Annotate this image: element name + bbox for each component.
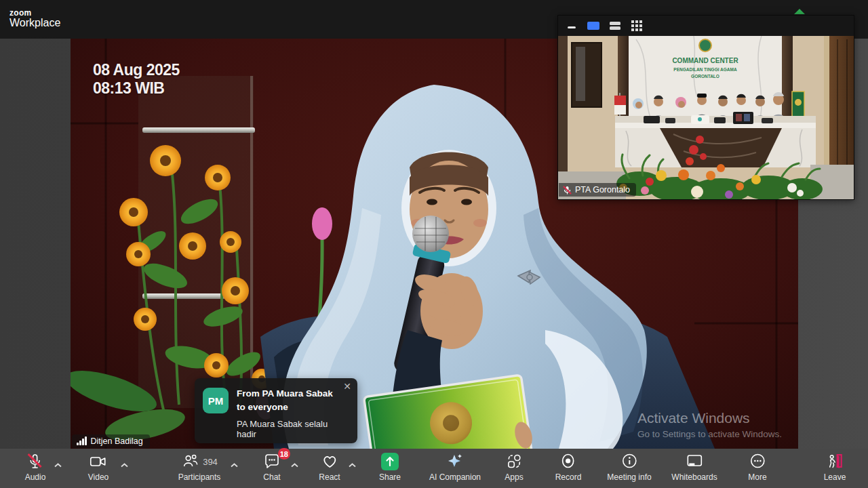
watermark-subtitle: Go to Settings to activate Windows. (637, 429, 782, 439)
more-button[interactable]: More (748, 452, 766, 482)
whiteboards-button[interactable]: Whiteboards (671, 452, 717, 482)
video-label: Video (88, 472, 108, 482)
meeting-info-label: Meeting info (607, 472, 651, 482)
heart-icon (321, 452, 338, 471)
participants-count: 394 (203, 457, 218, 467)
chat-button[interactable]: 18 Chat (263, 452, 281, 482)
chat-label: Chat (263, 472, 280, 482)
ai-companion-button[interactable]: AI Companion (429, 452, 481, 482)
pip-view-controls (558, 16, 854, 36)
watermark-title: Activate Windows (637, 410, 782, 426)
speaker-name-label: Ditjen Badilag (91, 436, 143, 446)
pip-video-scene: COMMAND CENTER PENGADILAN TINGGI AGAMA G… (558, 36, 854, 199)
leave-label: Leave (824, 472, 846, 482)
whiteboards-label: Whiteboards (671, 472, 717, 482)
react-options-caret[interactable] (349, 458, 356, 470)
mic-muted-icon (563, 186, 572, 195)
apps-button[interactable]: Apps (505, 452, 523, 482)
pip-wall-text-2: PENGADILAN TINGGI AGAMA (673, 67, 737, 72)
apps-icon (505, 452, 523, 471)
green-up-arrow-icon[interactable] (794, 9, 805, 14)
video-options-caret[interactable] (121, 458, 128, 470)
speaker-name-pill: Ditjen Badilag (72, 434, 150, 448)
participants-options-caret[interactable] (231, 458, 238, 470)
pip-strip-view-button[interactable] (608, 21, 622, 30)
more-label: More (748, 472, 766, 482)
audio-label: Audio (25, 472, 46, 482)
grid-icon (631, 20, 642, 31)
video-date: 08 Aug 2025 (93, 61, 180, 79)
video-time: 08:13 WIB (93, 79, 180, 98)
pip-video-feed: COMMAND CENTER PENGADILAN TINGGI AGAMA G… (558, 36, 854, 199)
audio-options-caret[interactable] (54, 458, 62, 470)
whiteboard-icon (685, 452, 704, 471)
zoom-meeting-window: zoom Workplace (0, 0, 868, 488)
pip-window[interactable]: COMMAND CENTER PENGADILAN TINGGI AGAMA G… (557, 15, 854, 200)
info-icon (620, 452, 638, 471)
share-button[interactable]: Share (379, 452, 401, 482)
activate-windows-watermark: Activate Windows Go to Settings to activ… (637, 410, 782, 439)
camera-icon (89, 452, 108, 471)
brand-zoom: zoom (9, 9, 60, 18)
ellipsis-icon (749, 452, 766, 471)
zoom-workplace-logo: zoom Workplace (9, 9, 60, 28)
chat-bubble-icon: 18 (263, 452, 281, 471)
participants-icon (181, 453, 199, 470)
participants-label: Participants (178, 472, 221, 482)
chat-notification[interactable]: PM From PA Muara Sabak to everyone PA Mu… (195, 378, 357, 443)
participants-button[interactable]: 394 Participants (178, 452, 221, 482)
close-icon[interactable]: ✕ (343, 382, 351, 391)
chat-unread-badge: 18 (278, 448, 290, 460)
pip-minimize-button[interactable] (565, 21, 578, 30)
chat-options-caret[interactable] (291, 458, 298, 470)
pip-wall-text-1: COMMAND CENTER (672, 57, 738, 64)
chat-notification-message: PA Muara Sabak selalu hadir (237, 419, 345, 439)
record-icon (559, 452, 577, 471)
record-label: Record (555, 472, 582, 482)
record-button[interactable]: Record (555, 452, 582, 482)
signal-bars-icon (77, 437, 87, 445)
pip-name-pill: PTA Gorontalo (559, 183, 636, 197)
pip-name-label: PTA Gorontalo (575, 185, 630, 195)
video-timestamp: 08 Aug 2025 08:13 WIB (93, 61, 180, 98)
meeting-info-button[interactable]: Meeting info (607, 452, 651, 482)
share-screen-icon (380, 452, 399, 471)
meeting-toolbar: Audio Video (0, 449, 868, 488)
pip-gallery-view-button[interactable] (630, 21, 644, 30)
video-button[interactable]: Video (88, 452, 108, 482)
brand-workplace: Workplace (9, 18, 60, 29)
share-label: Share (379, 472, 401, 482)
audio-button[interactable]: Audio (25, 452, 46, 482)
mic-muted-icon (26, 452, 44, 471)
leave-button[interactable]: Leave (824, 452, 846, 482)
react-label: React (319, 472, 340, 482)
react-button[interactable]: React (319, 452, 340, 482)
chat-notification-title: From PA Muara Sabak to everyone (237, 387, 338, 413)
ai-companion-label: AI Companion (429, 472, 481, 482)
apps-label: Apps (505, 472, 523, 482)
sparkle-icon (446, 452, 464, 471)
pip-speaker-view-button[interactable] (587, 21, 600, 30)
pip-wall-text-3: GORONTALO (691, 74, 719, 79)
leave-door-icon (825, 452, 844, 471)
chat-avatar: PM (203, 388, 229, 413)
